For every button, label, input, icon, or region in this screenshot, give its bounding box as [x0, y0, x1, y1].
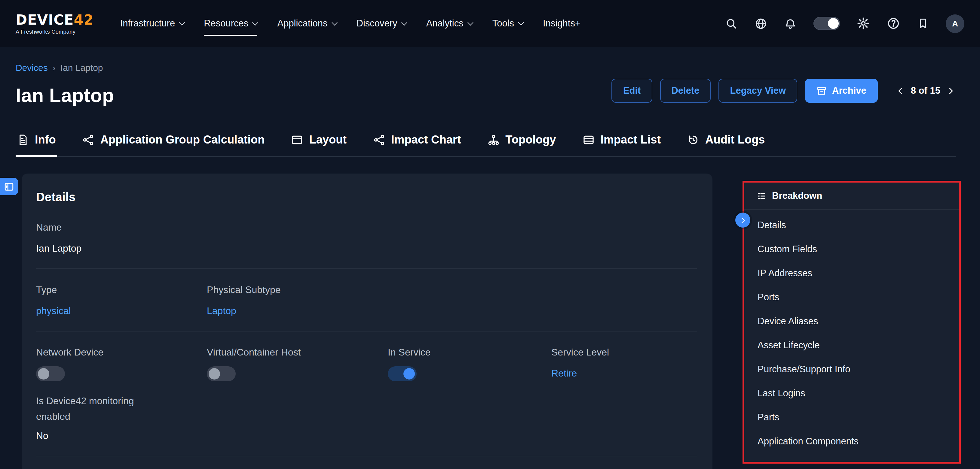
bell-icon[interactable] — [784, 17, 797, 30]
nav-item-insights[interactable]: Insights+ — [543, 14, 581, 32]
breakdown-item-ip-addresses[interactable]: IP Addresses — [744, 261, 959, 285]
theme-toggle[interactable] — [813, 17, 840, 30]
breakdown-item-device-aliases[interactable]: Device Aliases — [744, 309, 959, 333]
toggle-knob — [403, 368, 415, 380]
nav-item-label: Infrastructure — [120, 18, 175, 29]
breadcrumb: Devices › Ian Laptop — [16, 62, 980, 73]
tab-label: Layout — [309, 133, 347, 147]
breakdown-item-last-logins[interactable]: Last Logins — [744, 381, 959, 406]
chevron-down-icon — [252, 19, 258, 25]
tab-info[interactable]: Info — [16, 130, 57, 156]
nav-item-tools[interactable]: Tools — [492, 14, 523, 32]
tab-impact-chart[interactable]: Impact Chart — [372, 130, 462, 156]
toggle-knob — [38, 368, 49, 380]
side-panel-toggle[interactable] — [0, 178, 18, 195]
table-rows-icon — [582, 134, 594, 146]
nav-item-analytics[interactable]: Analytics — [426, 14, 473, 32]
nav-item-infrastructure[interactable]: Infrastructure — [120, 14, 184, 32]
type-value-link[interactable]: physical — [36, 306, 71, 317]
tab-application-group-calculation[interactable]: Application Group Calculation — [81, 130, 266, 156]
breakdown-item-details[interactable]: Details — [744, 213, 959, 237]
breadcrumb-devices-link[interactable]: Devices — [16, 62, 48, 73]
archive-button[interactable]: Archive — [805, 79, 878, 103]
breakdown-item-ports[interactable]: Ports — [744, 285, 959, 309]
user-avatar[interactable]: A — [946, 14, 964, 33]
chevron-left-icon[interactable] — [895, 86, 905, 96]
share-nodes-icon — [83, 134, 94, 146]
chevron-down-icon — [518, 19, 524, 25]
brand-tagline: A Freshworks Company — [16, 29, 94, 35]
main-menu: Infrastructure Resources Applications Di… — [120, 14, 581, 32]
nav-item-resources[interactable]: Resources — [204, 14, 257, 32]
search-icon[interactable] — [725, 17, 738, 30]
device42-app: DEVICE42 A Freshworks Company Infrastruc… — [0, 0, 980, 469]
bookmark-icon[interactable] — [917, 17, 929, 29]
in-service-label: In Service — [388, 347, 551, 358]
virtual-container-host-toggle[interactable] — [207, 366, 236, 381]
window-layout-icon — [291, 134, 303, 146]
nav-item-label: Analytics — [426, 18, 463, 29]
physical-subtype-value-link[interactable]: Laptop — [207, 306, 236, 317]
nav-item-applications[interactable]: Applications — [277, 14, 336, 32]
nav-item-discovery[interactable]: Discovery — [356, 14, 406, 32]
legacy-view-button[interactable]: Legacy View — [719, 79, 797, 103]
page-title: Ian Laptop — [16, 85, 114, 107]
list-panel-icon — [3, 181, 14, 192]
globe-icon[interactable] — [754, 17, 767, 30]
breakdown-item-application-components[interactable]: Application Components — [744, 429, 959, 453]
breadcrumb-separator: › — [52, 62, 56, 73]
tab-audit-logs[interactable]: Audit Logs — [686, 130, 766, 156]
gear-icon[interactable] — [857, 17, 870, 30]
network-device-label: Network Device — [36, 347, 207, 358]
type-label: Type — [36, 285, 207, 295]
tab-label: Audit Logs — [705, 133, 765, 147]
nav-item-label: Discovery — [356, 18, 398, 29]
tab-label: Impact List — [600, 133, 661, 147]
theme-toggle-knob — [828, 18, 839, 29]
tab-label: Topology — [505, 133, 556, 147]
breakdown-item-custom-fields[interactable]: Custom Fields — [744, 237, 959, 261]
in-service-field: In Service — [388, 347, 551, 381]
main-content: Details Name Ian Laptop Type physical Ph… — [0, 174, 980, 469]
nav-item-label: Tools — [492, 18, 514, 29]
monitoring-field: Is Device42 monitoring enabled No — [36, 393, 697, 441]
type-field: Type physical — [36, 285, 207, 317]
edit-button[interactable]: Edit — [612, 79, 652, 103]
tab-label: Impact Chart — [391, 133, 461, 147]
brand-name: DEVICE — [16, 12, 74, 28]
network-device-field: Network Device — [36, 347, 207, 381]
divider — [36, 268, 697, 269]
service-level-value-link[interactable]: Retire — [551, 368, 577, 379]
brand-wordmark: DEVICE42 — [16, 12, 94, 28]
tab-label: Info — [35, 133, 56, 147]
nav-item-label: Resources — [204, 18, 248, 29]
in-service-toggle[interactable] — [388, 366, 417, 381]
type-row: Type physical Physical Subtype Laptop — [36, 285, 697, 317]
tab-topology[interactable]: Topology — [486, 130, 557, 156]
brand-logo[interactable]: DEVICE42 A Freshworks Company — [16, 12, 94, 35]
breakdown-item-purchase-support-info[interactable]: Purchase/Support Info — [744, 357, 959, 381]
tab-layout[interactable]: Layout — [290, 130, 348, 156]
chevron-right-icon — [738, 216, 747, 224]
chevron-right-icon[interactable] — [946, 86, 956, 96]
divider — [36, 331, 697, 331]
top-navigation: DEVICE42 A Freshworks Company Infrastruc… — [0, 0, 980, 47]
tab-impact-list[interactable]: Impact List — [581, 130, 662, 156]
help-icon[interactable] — [887, 17, 900, 30]
tab-label: Application Group Calculation — [100, 133, 265, 147]
file-lines-icon — [17, 134, 29, 146]
service-level-label: Service Level — [551, 347, 697, 358]
pager-position: 8 of 15 — [911, 85, 940, 96]
nav-utilities: A — [725, 14, 964, 33]
breakdown-header: Breakdown — [744, 182, 959, 209]
collapse-panel-button[interactable] — [735, 212, 750, 228]
share-nodes-icon — [373, 134, 385, 146]
chevron-down-icon — [332, 19, 337, 25]
delete-button[interactable]: Delete — [660, 79, 711, 103]
brand-number: 42 — [74, 12, 94, 28]
list-tree-icon — [756, 191, 767, 201]
breakdown-item-parts[interactable]: Parts — [744, 406, 959, 429]
divider — [36, 456, 697, 456]
network-device-toggle[interactable] — [36, 366, 65, 381]
breakdown-item-asset-lifecycle[interactable]: Asset Lifecycle — [744, 333, 959, 357]
